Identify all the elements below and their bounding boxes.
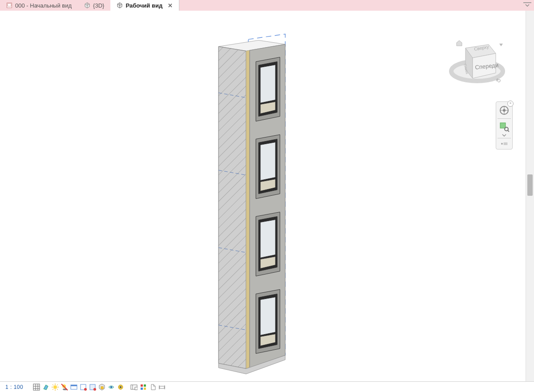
unlock-3d-button[interactable] [98, 383, 106, 391]
tab-label: Рабочий вид [125, 2, 162, 9]
svg-rect-31 [101, 387, 103, 389]
building-model [205, 29, 321, 378]
tab-3d[interactable]: {3D} [78, 0, 110, 11]
worksharing-display-button[interactable] [130, 383, 138, 391]
svg-rect-38 [141, 384, 143, 387]
rendering-dialog-button[interactable] [70, 383, 78, 391]
close-icon[interactable]: × [507, 101, 514, 107]
tab-label: 000 - Начальный вид [15, 2, 72, 9]
scrollbar-thumb[interactable] [527, 174, 533, 196]
model-viewport[interactable]: Ю Сверху Слева Спереди × [0, 11, 526, 382]
svg-point-32 [110, 386, 112, 388]
svg-point-34 [120, 386, 121, 388]
svg-line-18 [53, 384, 53, 385]
crop-view-button[interactable] [79, 383, 87, 391]
divider [498, 118, 511, 119]
view-tab-bar: 000 - Начальный вид {3D} Рабочий вид ✕ [0, 0, 534, 11]
reveal-hidden-button[interactable] [117, 383, 125, 391]
close-icon[interactable]: ✕ [168, 2, 173, 9]
zoom-region-button[interactable] [498, 121, 510, 133]
svg-rect-40 [141, 388, 143, 390]
show-crop-button[interactable] [89, 383, 97, 391]
svg-line-21 [53, 389, 53, 390]
svg-rect-8 [500, 123, 506, 128]
svg-rect-12 [33, 384, 40, 390]
reveal-constraints-button[interactable] [158, 383, 166, 391]
temporary-hide-button[interactable] [107, 383, 115, 391]
chevron-down-icon[interactable] [502, 134, 506, 137]
svg-rect-37 [135, 387, 138, 390]
svg-line-10 [508, 130, 509, 132]
sheet-icon [6, 2, 12, 8]
svg-point-11 [501, 143, 503, 145]
svg-point-30 [93, 388, 96, 391]
detail-level-button[interactable] [32, 383, 40, 391]
svg-point-9 [505, 127, 508, 131]
svg-line-20 [57, 384, 58, 385]
view-control-bar: 1 : 100 [0, 381, 534, 392]
navigation-bar: × [496, 101, 513, 150]
view-cube[interactable]: Ю Сверху Слева Спереди [446, 28, 508, 91]
sun-path-button[interactable] [51, 383, 59, 391]
svg-rect-26 [71, 385, 77, 386]
tab-label: {3D} [93, 2, 104, 9]
vertical-scrollbar[interactable] [526, 11, 534, 382]
scale-value[interactable]: 1 : 100 [5, 384, 23, 390]
svg-point-13 [53, 385, 57, 389]
svg-rect-41 [144, 388, 146, 390]
nav-expand-button[interactable] [498, 141, 510, 147]
cube-icon [117, 2, 123, 8]
visual-style-button[interactable] [42, 383, 50, 391]
svg-point-28 [84, 388, 87, 391]
svg-point-7 [503, 109, 506, 112]
cube-icon [84, 2, 90, 8]
svg-rect-39 [144, 384, 146, 387]
highlight-displacement-button[interactable] [149, 383, 157, 391]
divider [498, 138, 511, 138]
tab-overflow-button[interactable] [523, 1, 531, 8]
analytical-model-button[interactable] [139, 383, 147, 391]
svg-line-19 [57, 389, 58, 390]
tab-working-view[interactable]: Рабочий вид ✕ [110, 0, 179, 11]
tab-initial-view[interactable]: 000 - Начальный вид [0, 0, 78, 11]
shadows-button[interactable] [61, 383, 69, 391]
